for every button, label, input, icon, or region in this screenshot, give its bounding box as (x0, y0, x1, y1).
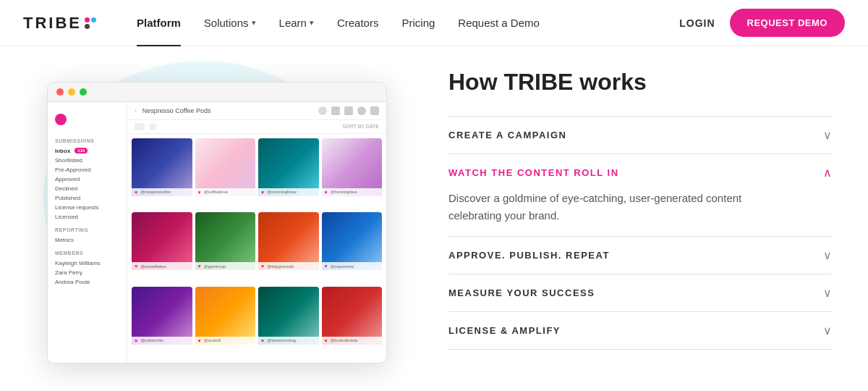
download-icon[interactable] (344, 106, 353, 115)
sidebar-app-item-member3[interactable]: Andrea Poole (48, 277, 127, 287)
user-icon[interactable] (149, 123, 156, 130)
chevron-down-icon: ∨ (823, 248, 832, 262)
grid-cell-11: ♥@slowmorning (258, 287, 319, 345)
accordion-title-measure-success: MEASURE YOUR SUCCESS (448, 287, 595, 298)
message-icon[interactable] (370, 106, 379, 115)
sidebar-app-item-shortlisted[interactable]: Shortlisted (48, 156, 127, 165)
app-window: SUBMISSIONS Inbox 115 Shortlisted Pre-Ap… (47, 82, 387, 363)
grid-cell-4: ♥@huntingblue (322, 138, 383, 196)
accordion-title-license-amplify: LICENSE & AMPLIFY (448, 325, 561, 336)
dot-dark (85, 24, 90, 29)
heart-icon: ♥ (261, 338, 264, 343)
app-filter-bar: SORT BY DATE (127, 120, 386, 134)
accordion-title-approve-publish: APPROVE. PUBLISH. REPEAT (448, 250, 610, 261)
grid-cell-1: ♥@nespressofan (132, 138, 192, 196)
grid-cell-6: ♥@gastrinup (195, 212, 256, 270)
nav-links: Platform Solutions ▾ Learn ▾ Creators Pr… (125, 0, 679, 46)
accordion-header-measure-success[interactable]: MEASURE YOUR SUCCESS∨ (448, 286, 832, 300)
heart-icon: ♥ (198, 264, 201, 269)
sidebar-section-submissions: SUBMISSIONS (48, 133, 127, 146)
search-icon[interactable] (318, 106, 327, 115)
content-grid: ♥@nespressofan ♥@coffeelove ♥@morningbre… (127, 134, 386, 363)
logo-dots (85, 17, 96, 29)
chevron-up-icon: ∧ (823, 166, 832, 180)
request-demo-button[interactable]: REQUEST DEMO (730, 9, 845, 37)
sidebar-app-item-license-requests[interactable]: License requests (48, 203, 127, 212)
grid-cell-2: ♥@coffeelove (195, 138, 256, 196)
nav-item-pricing[interactable]: Pricing (390, 0, 446, 46)
back-arrow-icon[interactable]: ‹ (135, 107, 137, 114)
sidebar-section-members: MEMBERS (48, 245, 127, 258)
app-topbar-title: Nespresso Coffee Pods (142, 107, 312, 114)
grid-cell-10: ♥@scandi (195, 287, 256, 345)
heart-icon: ♥ (261, 190, 264, 195)
settings-icon[interactable] (357, 106, 366, 115)
app-topbar-icons (318, 106, 379, 115)
sidebar-section-reporting: REPORTING (48, 222, 127, 235)
traffic-light-yellow (68, 88, 75, 96)
dot-blue (91, 17, 96, 22)
accordion-title-create-campaign: CREATE A CAMPAIGN (448, 130, 566, 140)
chevron-down-icon: ∨ (823, 324, 832, 337)
chevron-down-icon: ∨ (823, 128, 832, 142)
app-inner: SUBMISSIONS Inbox 115 Shortlisted Pre-Ap… (48, 102, 386, 363)
chevron-down-icon: ∨ (823, 286, 832, 300)
grid-view-icon[interactable] (135, 123, 145, 130)
accordion-header-create-campaign[interactable]: CREATE A CAMPAIGN∨ (448, 128, 832, 142)
heart-icon: ♥ (325, 190, 328, 195)
grid-cell-3: ♥@morningbrew (258, 138, 319, 196)
nav-item-request-demo-link[interactable]: Request a Demo (446, 0, 551, 46)
grid-cell-12: ♥@scandinavia (322, 287, 383, 345)
app-logo-dot (55, 114, 67, 125)
sidebar-app-item-preapproved[interactable]: Pre-Approved (48, 165, 127, 175)
accordion-header-approve-publish[interactable]: APPROVE. PUBLISH. REPEAT∨ (448, 248, 832, 262)
accordion-header-watch-content[interactable]: WATCH THE CONTENT ROLL IN∧ (448, 166, 832, 180)
accordion-title-watch-content: WATCH THE CONTENT ROLL IN (448, 167, 619, 178)
logo[interactable]: TRIBE (23, 14, 96, 33)
accordion-item-measure-success: MEASURE YOUR SUCCESS∨ (448, 274, 832, 311)
heart-icon: ♥ (198, 190, 201, 195)
accordion-header-license-amplify[interactable]: LICENSE & AMPLIFY∨ (448, 324, 832, 337)
login-button[interactable]: LOGIN (679, 17, 715, 29)
filter-label[interactable]: SORT BY DATE (343, 124, 379, 129)
sidebar-app-item-metrics[interactable]: Metrics (48, 235, 127, 245)
section-heading: How TRIBE works (448, 68, 832, 96)
nav-item-platform[interactable]: Platform (125, 0, 192, 46)
grid-cell-7: ♥@tidygrounds (258, 212, 319, 270)
traffic-light-green (80, 88, 87, 96)
app-topbar: ‹ Nespresso Coffee Pods (127, 102, 386, 120)
app-main-area: ‹ Nespresso Coffee Pods (127, 102, 386, 363)
nav-item-creators[interactable]: Creators (326, 0, 391, 46)
nav-item-solutions[interactable]: Solutions ▾ (192, 0, 268, 46)
grid-cell-9: ♥@urbanchic (132, 287, 192, 345)
window-titlebar (48, 83, 386, 102)
accordion-item-watch-content: WATCH THE CONTENT ROLL IN∧Discover a gol… (448, 154, 832, 236)
calendar-icon[interactable] (331, 106, 340, 115)
logo-text: TRIBE (23, 14, 82, 33)
sidebar-app-item-approved[interactable]: Approved (48, 175, 127, 184)
grid-cell-5: ♥@snowflakes (132, 212, 192, 270)
chevron-down-icon: ▾ (310, 18, 314, 28)
sidebar-app-item-inbox[interactable]: Inbox 115 (48, 146, 127, 156)
sidebar-app-item-member2[interactable]: Zara Perry (48, 268, 127, 277)
main-content: SUBMISSIONS Inbox 115 Shortlisted Pre-Ap… (0, 46, 868, 391)
sidebar-app-item-published[interactable]: Published (48, 193, 127, 203)
sidebar-app-item-declined[interactable]: Declined (48, 184, 127, 193)
heart-icon: ♥ (135, 264, 137, 269)
grid-cell-8: ♥@supertotal (322, 212, 383, 270)
accordion-content-watch-content: Discover a goldmine of eye-catching, use… (448, 190, 767, 224)
nav-item-learn[interactable]: Learn ▾ (268, 0, 326, 46)
sidebar-app-item-licensed[interactable]: Licensed (48, 212, 127, 222)
accordion-item-license-amplify: LICENSE & AMPLIFY∨ (448, 311, 832, 350)
navbar: TRIBE Platform Solutions ▾ Learn ▾ Creat… (0, 0, 868, 46)
chevron-down-icon: ▾ (252, 18, 256, 28)
app-sidebar-logo (48, 109, 127, 133)
heart-icon: ♥ (325, 264, 328, 269)
heart-icon: ♥ (135, 338, 137, 343)
traffic-light-red (56, 88, 64, 96)
heart-icon: ♥ (198, 338, 201, 343)
nav-right: LOGIN REQUEST DEMO (679, 9, 845, 37)
sidebar-badge-inbox: 115 (75, 148, 88, 154)
sidebar-app-item-member1[interactable]: Kayleigh Williams (48, 258, 127, 268)
heart-icon: ♥ (325, 338, 328, 343)
